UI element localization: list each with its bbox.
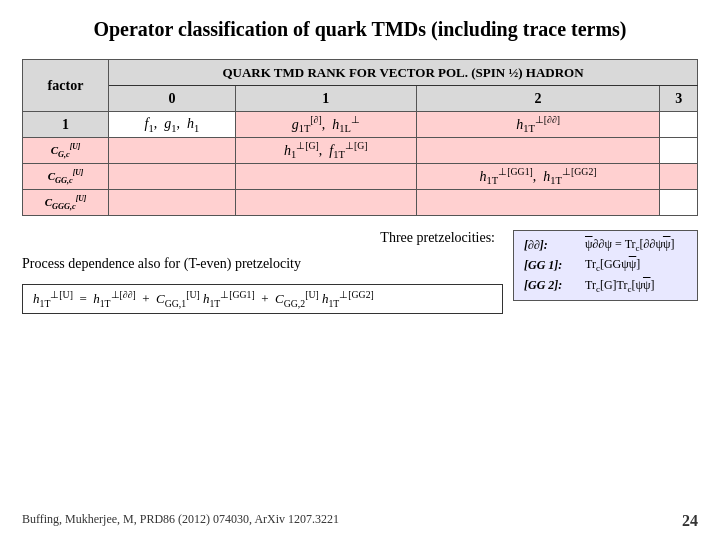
- cell-cggg-3: [660, 190, 698, 216]
- cell-cgg-1: [235, 164, 416, 190]
- table-row: CG,c[U] h1⊥[G], f1T⊥[G]: [23, 138, 698, 164]
- pretzelocities-label: Three pretzelocities:: [22, 230, 495, 246]
- row-factor-cg: CG,c[U]: [23, 138, 109, 164]
- cell-cgg-0: [108, 164, 235, 190]
- col-header-2: 2: [416, 86, 660, 112]
- cell-cgg-2: h1T⊥[GG1], h1T⊥[GG2]: [416, 164, 660, 190]
- right-definitions-box: [∂∂]: ψ∂∂ψ = Trc[∂∂ψψ] [GG 1]: Trc[GGψψ]…: [513, 230, 698, 301]
- right-box-row-gg1: [GG 1]: Trc[GGψψ]: [524, 257, 687, 273]
- process-dep-label: Process dependence also for (T-even) pre…: [22, 256, 503, 272]
- cell-cg-1: h1⊥[G], f1T⊥[G]: [235, 138, 416, 164]
- main-table: factor QUARK TMD RANK FOR VECTOR POL. (S…: [22, 59, 698, 216]
- bottom-section: Three pretzelocities: Process dependence…: [22, 230, 698, 314]
- cell-cg-0: [108, 138, 235, 164]
- cell-1-1: g1T[∂], h1L⊥: [235, 112, 416, 138]
- table-wrapper: factor QUARK TMD RANK FOR VECTOR POL. (S…: [22, 59, 698, 216]
- right-box-row-dd: [∂∂]: ψ∂∂ψ = Trc[∂∂ψψ]: [524, 237, 687, 253]
- col-header-0: 0: [108, 86, 235, 112]
- factor-header: factor: [23, 60, 109, 112]
- cell-cg-3: [660, 138, 698, 164]
- footer: Buffing, Mukherjee, M, PRD86 (2012) 0740…: [22, 512, 698, 530]
- table-row: CGG,c[U] h1T⊥[GG1], h1T⊥[GG2]: [23, 164, 698, 190]
- cell-cgg-3: [660, 164, 698, 190]
- formula-box: h1T⊥[U] = h1T⊥[∂∂] + CGG,1[U] h1T⊥[GG1] …: [22, 284, 503, 314]
- cell-cggg-2: [416, 190, 660, 216]
- left-content: Three pretzelocities: Process dependence…: [22, 230, 503, 314]
- table-row: CGGG,c[U]: [23, 190, 698, 216]
- page: Operator classification of quark TMDs (i…: [0, 0, 720, 540]
- col-header-1: 1: [235, 86, 416, 112]
- cell-cggg-1: [235, 190, 416, 216]
- citation: Buffing, Mukherjee, M, PRD86 (2012) 0740…: [22, 512, 339, 530]
- page-title: Operator classification of quark TMDs (i…: [22, 18, 698, 41]
- row-factor-cgg: CGG,c[U]: [23, 164, 109, 190]
- page-number: 24: [682, 512, 698, 530]
- cell-1-2: h1T⊥[∂∂]: [416, 112, 660, 138]
- cell-cggg-0: [108, 190, 235, 216]
- row-factor-1: 1: [23, 112, 109, 138]
- row-factor-cggg: CGGG,c[U]: [23, 190, 109, 216]
- cell-1-0: f1, g1, h1: [108, 112, 235, 138]
- main-header: QUARK TMD RANK FOR VECTOR POL. (SPIN ½) …: [108, 60, 697, 86]
- cell-1-3: [660, 112, 698, 138]
- cell-cg-2: [416, 138, 660, 164]
- table-row: 1 f1, g1, h1 g1T[∂], h1L⊥ h1T⊥[∂∂]: [23, 112, 698, 138]
- right-box-row-gg2: [GG 2]: Trc[G]Trc[ψψ]: [524, 278, 687, 294]
- col-header-3: 3: [660, 86, 698, 112]
